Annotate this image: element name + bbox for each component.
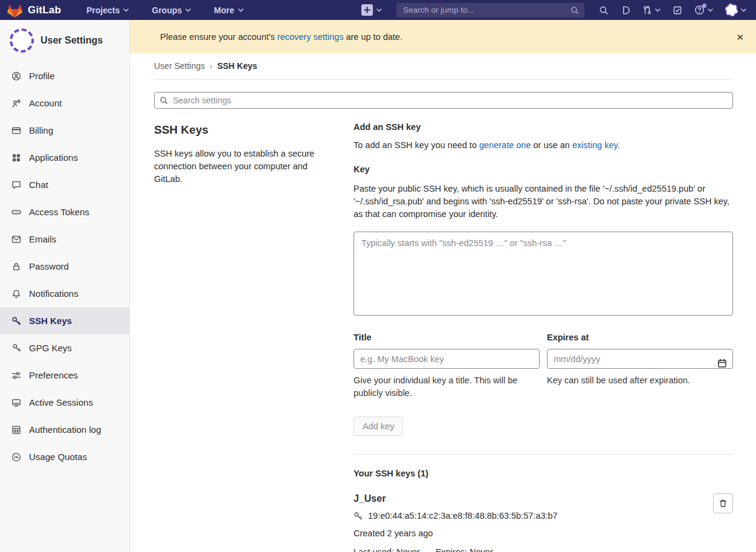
sidebar-item-usage-quotas[interactable]: Usage Quotas bbox=[0, 443, 129, 470]
sidebar-item-label: Usage Quotas bbox=[29, 452, 87, 462]
settings-search-input[interactable] bbox=[154, 92, 733, 109]
add-key-button[interactable]: Add key bbox=[354, 417, 403, 436]
ssh-key-textarea[interactable] bbox=[354, 232, 733, 316]
settings-sidebar: User Settings Profile Account Billing bbox=[0, 20, 130, 552]
ssh-keys-section: SSH Keys SSH keys allow you to establish… bbox=[154, 122, 733, 552]
ssh-key-form-column: Add an SSH key To add an SSH key you nee… bbox=[354, 122, 733, 552]
sidebar-title: User Settings bbox=[40, 35, 103, 46]
sidebar-item-label: Preferences bbox=[29, 370, 78, 380]
chevron-down-icon bbox=[741, 8, 746, 12]
nav-groups[interactable]: Groups bbox=[152, 5, 191, 15]
existing-key-link[interactable]: existing key bbox=[572, 140, 618, 150]
expires-at-input[interactable] bbox=[547, 349, 733, 369]
alert-text: Please ensure your account's recovery se… bbox=[160, 32, 402, 42]
alert-banner: Please ensure your account's recovery se… bbox=[130, 20, 756, 53]
expires-field-label: Expires at bbox=[547, 333, 733, 342]
nav-search-button[interactable] bbox=[599, 5, 609, 15]
ssh-keys-icon bbox=[11, 316, 21, 326]
chevron-down-icon bbox=[123, 8, 129, 12]
section-description-column: SSH Keys SSH keys allow you to establish… bbox=[154, 122, 354, 552]
issues-icon bbox=[621, 5, 630, 15]
sidebar-item-label: Account bbox=[29, 98, 62, 108]
new-menu-button[interactable] bbox=[361, 4, 382, 16]
nav-issues-button[interactable] bbox=[621, 5, 630, 15]
title-input[interactable] bbox=[354, 349, 540, 369]
ssh-key-created: Created 2 years ago bbox=[354, 528, 558, 538]
account-icon bbox=[11, 99, 21, 108]
sidebar-item-billing[interactable]: Billing bbox=[0, 117, 129, 144]
sidebar-item-account[interactable]: Account bbox=[0, 89, 129, 117]
nav-more-label: More bbox=[214, 5, 234, 15]
plus-square-icon bbox=[361, 4, 373, 16]
nav-user-menu[interactable] bbox=[725, 4, 746, 16]
sidebar-item-label: Authentication log bbox=[29, 424, 101, 435]
title-field: Title Give your individual key a title. … bbox=[354, 333, 540, 400]
chat-icon bbox=[11, 180, 21, 190]
delete-key-button[interactable] bbox=[713, 493, 733, 513]
sidebar-item-profile[interactable]: Profile bbox=[0, 62, 129, 89]
sidebar-item-ssh-keys[interactable]: SSH Keys bbox=[0, 307, 129, 334]
password-icon bbox=[11, 262, 21, 271]
ssh-key-name: J_User bbox=[354, 493, 558, 504]
sidebar-item-label: Active Sessions bbox=[29, 397, 93, 408]
ssh-key-fingerprint-row: 19:e0:44:a5:14:c2:3a:e8:f8:48:8b:63:5b:5… bbox=[354, 511, 558, 521]
gpg-keys-icon bbox=[11, 343, 21, 353]
nav-todos-button[interactable] bbox=[673, 5, 682, 15]
ssh-key-expires: Expires: Never bbox=[436, 547, 493, 552]
alert-close-button[interactable]: ✕ bbox=[734, 30, 746, 44]
ssh-key-last-used: Last used: Never bbox=[354, 547, 420, 552]
sidebar-item-notifications[interactable]: Notifications bbox=[0, 280, 129, 307]
ssh-key-meta: Last used: Never Expires: Never bbox=[354, 547, 558, 552]
chevron-down-icon bbox=[708, 8, 713, 12]
breadcrumb-user-settings[interactable]: User Settings bbox=[154, 61, 205, 71]
recovery-settings-link[interactable]: recovery settings bbox=[277, 32, 344, 42]
main-content: Please ensure your account's recovery se… bbox=[130, 20, 756, 552]
billing-icon bbox=[11, 126, 21, 135]
page-title: SSH Keys bbox=[154, 123, 317, 137]
section-description: SSH keys allow you to establish a secure… bbox=[154, 148, 317, 186]
sidebar-item-emails[interactable]: Emails bbox=[0, 226, 129, 253]
user-avatar bbox=[10, 28, 34, 53]
profile-icon bbox=[11, 71, 21, 81]
sidebar-item-label: Password bbox=[29, 261, 69, 271]
todo-check-icon bbox=[673, 5, 682, 15]
sidebar-item-access-tokens[interactable]: Access Tokens bbox=[0, 198, 129, 226]
sidebar-item-gpg-keys[interactable]: GPG Keys bbox=[0, 334, 129, 362]
chevron-down-icon bbox=[655, 8, 661, 12]
generate-one-link[interactable]: generate one bbox=[479, 140, 531, 150]
access-tokens-icon bbox=[11, 207, 21, 217]
gitlab-home-link[interactable]: GitLab bbox=[7, 3, 61, 18]
emails-icon bbox=[11, 235, 21, 244]
sidebar-item-applications[interactable]: Applications bbox=[0, 144, 129, 171]
search-icon bbox=[599, 5, 609, 15]
sidebar-item-authentication-log[interactable]: Authentication log bbox=[0, 416, 129, 443]
calendar-icon[interactable] bbox=[717, 359, 727, 371]
alert-text-before: Please ensure your account's bbox=[160, 32, 277, 42]
sidebar-item-preferences[interactable]: Preferences bbox=[0, 362, 129, 389]
sidebar-item-chat[interactable]: Chat bbox=[0, 171, 129, 198]
title-field-help: Give your individual key a title. This w… bbox=[354, 374, 540, 400]
sidebar-item-label: Access Tokens bbox=[29, 207, 89, 217]
nav-projects[interactable]: Projects bbox=[86, 5, 129, 15]
settings-search bbox=[154, 92, 733, 109]
global-search-input[interactable] bbox=[402, 5, 570, 15]
notifications-icon bbox=[11, 289, 21, 299]
breadcrumb-current: SSH Keys bbox=[217, 61, 257, 71]
search-icon bbox=[570, 6, 579, 15]
trash-icon bbox=[719, 499, 728, 508]
nav-more[interactable]: More bbox=[214, 5, 243, 15]
global-search bbox=[396, 3, 584, 18]
sidebar-nav: Profile Account Billing Applications Cha bbox=[0, 62, 129, 470]
top-navbar: GitLab Projects Groups More bbox=[0, 0, 756, 20]
gitlab-app: GitLab Projects Groups More bbox=[0, 0, 756, 552]
ssh-key-fingerprint: 19:e0:44:a5:14:c2:3a:e8:f8:48:8b:63:5b:5… bbox=[368, 511, 558, 521]
nav-merge-requests-button[interactable] bbox=[642, 5, 661, 15]
avatar bbox=[725, 4, 738, 16]
add-key-intro: To add an SSH key you need to generate o… bbox=[354, 140, 733, 150]
sidebar-item-active-sessions[interactable]: Active Sessions bbox=[0, 389, 129, 416]
tanuki-icon bbox=[7, 3, 22, 18]
nav-help-button[interactable] bbox=[694, 5, 713, 15]
sidebar-item-password[interactable]: Password bbox=[0, 253, 129, 280]
expires-field-help: Key can still be used after expiration. bbox=[547, 374, 733, 387]
search-icon bbox=[160, 96, 168, 107]
